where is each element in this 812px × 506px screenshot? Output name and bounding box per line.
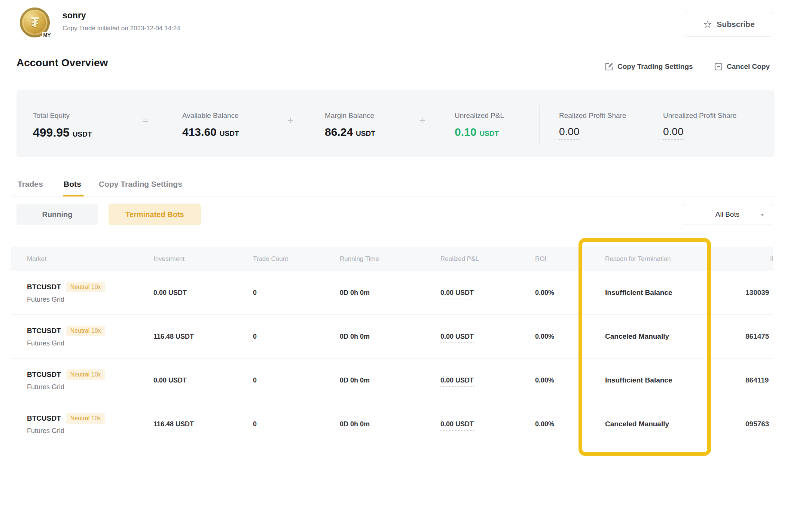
leverage-badge: Neutral 10x <box>66 282 105 292</box>
market-symbol: BTCUSDT <box>27 371 61 379</box>
realized-pnl-cell[interactable]: 0.00 USDT <box>440 420 474 431</box>
market-symbol: BTCUSDT <box>27 327 61 335</box>
margin-balance-value: 86.24 <box>325 126 353 138</box>
roi-cell: 0.00% <box>535 420 605 428</box>
bot-id-cell: 861475 <box>745 332 773 341</box>
trader-info: sonry Copy Trade Initiated on 2023-12-04… <box>62 7 180 37</box>
roi-cell: 0.00% <box>535 377 605 384</box>
copy-trading-settings-link[interactable]: Copy Trading Settings <box>605 62 693 71</box>
equals-separator: = <box>142 115 148 127</box>
trade-count-cell: 0 <box>253 289 340 297</box>
filter-terminated-bots-button[interactable]: Terminated Bots <box>109 204 201 225</box>
stats-divider <box>539 105 540 144</box>
trade-count-cell: 0 <box>253 420 340 428</box>
table-header-row: Market Investment Trade Count Running Ti… <box>11 247 773 271</box>
col-reason-for-termination: Reason for Termination <box>605 255 745 263</box>
running-time-cell: 0D 0h 0m <box>340 420 440 428</box>
cancel-copy-label: Cancel Copy <box>727 63 770 71</box>
account-overview-stats-bar: Total Equity 499.95USDT = Available Bala… <box>16 90 775 157</box>
filter-running-button[interactable]: Running <box>16 204 98 225</box>
chevron-down-icon: ▾ <box>761 211 764 218</box>
roi-cell: 0.00% <box>535 289 605 297</box>
investment-cell: 0.00 USDT <box>153 377 253 384</box>
active-tab-underline <box>63 195 84 196</box>
unrealized-pnl-value: 0.10 <box>455 126 476 138</box>
col-id-clipped: ID <box>745 255 773 263</box>
bot-id-cell: 095763 <box>745 420 773 428</box>
roi-cell: 0.00% <box>535 333 605 341</box>
market-cell: BTCUSDT Neutral 10x Futures Grid <box>27 282 153 304</box>
avatar[interactable]: ₮ MY <box>20 7 50 37</box>
realized-pnl-cell[interactable]: 0.00 USDT <box>440 289 474 299</box>
col-running-time: Running Time <box>340 255 440 263</box>
col-roi: ROI <box>535 255 605 263</box>
col-investment: Investment <box>153 255 253 263</box>
termination-reason-cell: Canceled Manually <box>605 420 745 428</box>
running-time-cell: 0D 0h 0m <box>340 377 440 384</box>
col-market: Market <box>27 255 153 263</box>
market-symbol: BTCUSDT <box>27 283 61 291</box>
avatar-country-badge: MY <box>42 32 52 38</box>
trade-count-cell: 0 <box>253 377 340 384</box>
col-realized-pnl: Realized P&L <box>440 255 535 263</box>
bot-id-cell: 130039 <box>745 289 773 297</box>
realized-pnl-cell[interactable]: 0.00 USDT <box>440 377 474 387</box>
tab-copy-trading-settings[interactable]: Copy Trading Settings <box>99 180 182 189</box>
termination-reason-cell: Canceled Manually <box>605 332 745 341</box>
star-icon: ☆ <box>703 19 712 30</box>
table-row: BTCUSDT Neutral 10x Futures Grid 116.48 … <box>11 402 773 446</box>
unrealized-profit-share-value[interactable]: 0.00 <box>663 126 684 140</box>
market-cell: BTCUSDT Neutral 10x Futures Grid <box>27 326 153 347</box>
bot-type: Futures Grid <box>27 339 153 347</box>
leverage-badge: Neutral 10x <box>66 326 105 336</box>
investment-cell: 116.48 USDT <box>153 333 253 341</box>
col-trade-count: Trade Count <box>253 255 340 263</box>
bot-id-cell: 864119 <box>745 376 773 384</box>
leverage-badge: Neutral 10x <box>66 369 105 380</box>
investment-cell: 0.00 USDT <box>153 289 253 297</box>
table-row: BTCUSDT Neutral 10x Futures Grid 0.00 US… <box>11 359 773 402</box>
cancel-copy-link[interactable]: Cancel Copy <box>714 62 770 71</box>
trader-name: sonry <box>62 10 180 21</box>
tab-trades[interactable]: Trades <box>18 180 43 189</box>
running-time-cell: 0D 0h 0m <box>340 289 440 297</box>
all-bots-dropdown-value: All Bots <box>715 210 739 219</box>
tether-coin-glyph: ₮ <box>31 15 39 30</box>
table-row: BTCUSDT Neutral 10x Futures Grid 0.00 US… <box>11 271 773 315</box>
termination-reason-cell: Insufficient Balance <box>605 376 745 384</box>
market-cell: BTCUSDT Neutral 10x Futures Grid <box>27 369 153 391</box>
available-balance-value: 413.60 <box>182 126 217 138</box>
copy-trade-initiated-text: Copy Trade Initiated on 2023-12-04 14:24 <box>62 25 180 32</box>
trade-count-cell: 0 <box>253 333 340 341</box>
plus-separator: + <box>287 115 293 127</box>
plus-separator: + <box>419 115 425 127</box>
leverage-badge: Neutral 10x <box>66 413 105 424</box>
bot-type: Futures Grid <box>27 296 153 304</box>
page-title: Account Overview <box>16 57 108 69</box>
terminated-bots-table: Market Investment Trade Count Running Ti… <box>11 247 773 446</box>
bot-type: Futures Grid <box>27 427 153 435</box>
minus-square-icon <box>714 62 723 71</box>
total-equity-value: 499.95 <box>33 126 70 139</box>
copy-trading-page: ₮ MY sonry Copy Trade Initiated on 2023-… <box>0 0 812 506</box>
market-symbol: BTCUSDT <box>27 414 61 423</box>
termination-reason-cell: Insufficient Balance <box>605 289 745 297</box>
investment-cell: 116.48 USDT <box>153 420 253 428</box>
trader-header: ₮ MY sonry Copy Trade Initiated on 2023-… <box>20 7 180 37</box>
market-cell: BTCUSDT Neutral 10x Futures Grid <box>27 413 153 435</box>
tab-bots[interactable]: Bots <box>64 180 81 189</box>
tabs-divider-line <box>11 196 775 196</box>
running-time-cell: 0D 0h 0m <box>340 333 440 341</box>
subscribe-label: Subscribe <box>717 20 755 29</box>
realized-profit-share-value[interactable]: 0.00 <box>559 126 580 140</box>
edit-icon <box>605 62 614 71</box>
realized-pnl-cell[interactable]: 0.00 USDT <box>440 333 474 343</box>
subscribe-button[interactable]: ☆ Subscribe <box>685 12 773 37</box>
copy-trading-settings-label: Copy Trading Settings <box>617 63 693 71</box>
bot-type: Futures Grid <box>27 383 153 391</box>
all-bots-dropdown[interactable]: All Bots ▾ <box>682 204 773 225</box>
table-row: BTCUSDT Neutral 10x Futures Grid 116.48 … <box>11 315 773 359</box>
